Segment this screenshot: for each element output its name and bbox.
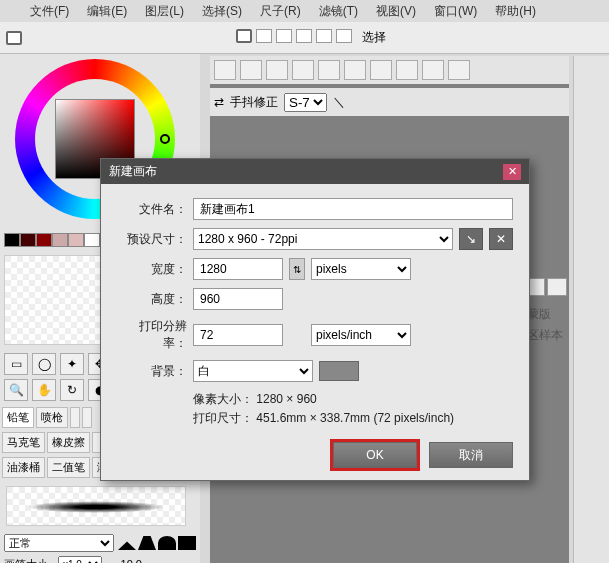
btn[interactable] — [448, 60, 470, 80]
brush-tab[interactable]: 喷枪 — [36, 407, 68, 428]
new-canvas-dialog: 新建画布 ✕ 文件名： 预设尺寸： 1280 x 960 - 72ppi ↘ ✕… — [100, 158, 530, 481]
tool-select-rect[interactable]: ▭ — [4, 353, 28, 375]
menu-selection[interactable]: 选择(S) — [202, 3, 242, 20]
menu-filter[interactable]: 滤镜(T) — [319, 3, 358, 20]
btn[interactable] — [344, 60, 366, 80]
swatch[interactable] — [84, 233, 100, 247]
btn[interactable] — [266, 60, 288, 80]
width-input[interactable] — [193, 258, 283, 280]
menu-edit[interactable]: 编辑(E) — [87, 3, 127, 20]
btn[interactable] — [370, 60, 392, 80]
brush-preview — [6, 486, 186, 526]
size-label: 画笔大小 — [4, 557, 54, 564]
menu-window[interactable]: 窗口(W) — [434, 3, 477, 20]
brush-tab[interactable] — [82, 407, 92, 428]
info-block: 像素大小： 1280 × 960 打印尺寸： 451.6mm × 338.7mm… — [193, 390, 513, 428]
width-label: 宽度： — [117, 261, 187, 278]
current-color-swatch[interactable] — [6, 31, 22, 45]
filename-input[interactable] — [193, 198, 513, 220]
bg-color-chip[interactable] — [319, 361, 359, 381]
shake-label: 手抖修正 — [230, 94, 278, 111]
right-panel — [573, 56, 609, 563]
brush-shape[interactable] — [118, 536, 136, 550]
swap-icon[interactable]: ⇅ — [289, 258, 305, 280]
line-icon: ＼ — [333, 94, 345, 111]
brush-tab[interactable]: 橡皮擦 — [47, 432, 90, 453]
shake-select[interactable]: S-7 — [284, 93, 327, 112]
menu-file[interactable]: 文件(F) — [30, 3, 69, 20]
unit-select-1[interactable]: pixels — [311, 258, 411, 280]
swatch[interactable] — [68, 233, 84, 247]
btn[interactable] — [292, 60, 314, 80]
menu-ruler[interactable]: 尺子(R) — [260, 3, 301, 20]
canvas-options: ⇄ 手抖修正 S-7 ＼ — [210, 88, 569, 116]
swatch-item[interactable] — [296, 29, 312, 43]
height-input[interactable] — [193, 288, 283, 310]
btn[interactable] — [422, 60, 444, 80]
menu-view[interactable]: 视图(V) — [376, 3, 416, 20]
misc-btn[interactable] — [547, 278, 567, 296]
tool-zoom[interactable]: 🔍 — [4, 379, 28, 401]
close-button[interactable]: ✕ — [503, 164, 521, 180]
btn[interactable] — [318, 60, 340, 80]
tool-rotate[interactable]: ↻ — [60, 379, 84, 401]
btn[interactable] — [214, 60, 236, 80]
menu-layer[interactable]: 图层(L) — [145, 3, 184, 20]
hue-marker[interactable] — [160, 134, 170, 144]
dialog-title-text: 新建画布 — [109, 163, 157, 180]
brush-tab[interactable]: 二值笔 — [47, 457, 90, 478]
dpi-label: 打印分辨率： — [117, 318, 187, 352]
canvas-toolbar — [210, 56, 569, 84]
tool-lasso[interactable]: ◯ — [32, 353, 56, 375]
swatch[interactable] — [36, 233, 52, 247]
arrow-icon: ⇄ — [214, 95, 224, 109]
menu-help[interactable]: 帮助(H) — [495, 3, 536, 20]
select-label: 选择 — [362, 29, 386, 46]
brush-tab[interactable]: 马克笔 — [2, 432, 45, 453]
menubar: 文件(F) 编辑(E) 图层(L) 选择(S) 尺子(R) 滤镜(T) 视图(V… — [0, 0, 609, 22]
unit-select-2[interactable]: pixels/inch — [311, 324, 411, 346]
top-toolbar: 选择 — [0, 22, 609, 54]
brush-shape[interactable] — [178, 536, 196, 550]
brush-tab[interactable] — [70, 407, 80, 428]
brush-tab[interactable]: 油漆桶 — [2, 457, 45, 478]
swatch[interactable] — [4, 233, 20, 247]
btn[interactable] — [396, 60, 418, 80]
swatch-item[interactable] — [236, 29, 252, 43]
swatch-item[interactable] — [256, 29, 272, 43]
size-value: 10.0 — [106, 558, 142, 563]
dpi-input[interactable] — [193, 324, 283, 346]
size-mult[interactable]: x1.0 — [58, 556, 102, 563]
blend-mode-select[interactable]: 正常 — [4, 534, 114, 552]
btn[interactable] — [240, 60, 262, 80]
swatch-item[interactable] — [316, 29, 332, 43]
bg-select[interactable]: 白 — [193, 360, 313, 382]
preset-tool-icon[interactable]: ↘ — [459, 228, 483, 250]
brush-tab[interactable]: 铅笔 — [2, 407, 34, 428]
swatch[interactable] — [20, 233, 36, 247]
swatch[interactable] — [52, 233, 68, 247]
tool-wand[interactable]: ✦ — [60, 353, 84, 375]
swatch-item[interactable] — [276, 29, 292, 43]
cancel-button[interactable]: 取消 — [429, 442, 513, 468]
preset-select[interactable]: 1280 x 960 - 72ppi — [193, 228, 453, 250]
brush-shape[interactable] — [158, 536, 176, 550]
brush-shape[interactable] — [138, 536, 156, 550]
dialog-titlebar[interactable]: 新建画布 ✕ — [101, 159, 529, 184]
preset-delete-icon[interactable]: ✕ — [489, 228, 513, 250]
filename-label: 文件名： — [117, 201, 187, 218]
height-label: 高度： — [117, 291, 187, 308]
preset-label: 预设尺寸： — [117, 231, 187, 248]
bg-label: 背景： — [117, 363, 187, 380]
swatch-item[interactable] — [336, 29, 352, 43]
tool-hand[interactable]: ✋ — [32, 379, 56, 401]
ok-button[interactable]: OK — [333, 442, 417, 468]
